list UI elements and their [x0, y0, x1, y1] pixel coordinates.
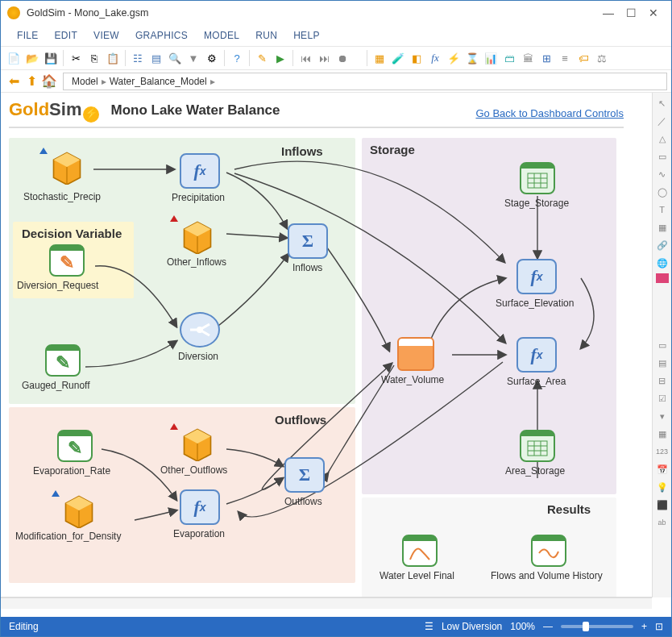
run-icon[interactable]: ▶	[272, 49, 289, 67]
maximize-button[interactable]: ☐	[620, 4, 642, 22]
node-evaporation[interactable]: fx	[180, 489, 220, 525]
node-outflows-sum[interactable]: Σ	[284, 457, 325, 493]
step-fwd-icon[interactable]: ⏭	[315, 49, 333, 67]
panel-icon[interactable]	[656, 273, 669, 283]
pointer-icon[interactable]: ↖	[655, 96, 670, 110]
pool-icon[interactable]: 🧪	[389, 49, 407, 67]
image-icon[interactable]: ▦	[655, 220, 670, 235]
horizontal-scrollbar[interactable]	[1, 597, 652, 609]
cut-icon[interactable]: ✂	[67, 49, 85, 67]
node-water-level-final[interactable]	[402, 535, 438, 567]
node-diversion-request[interactable]: ✎	[49, 244, 85, 277]
node-other-inflows[interactable]	[180, 220, 215, 252]
globe-icon[interactable]: 🌐	[655, 256, 670, 270]
help-icon[interactable]: ?	[228, 49, 246, 67]
graphics-canvas[interactable]: GoldSim⚡ Mono Lake Water Balance Go Back…	[1, 93, 652, 597]
menu-model[interactable]: MODEL	[196, 27, 247, 44]
container-icon[interactable]: ▦	[371, 49, 388, 67]
fx-icon[interactable]: fx	[426, 49, 444, 67]
zoom-out-button[interactable]: —	[543, 621, 553, 632]
rect-icon[interactable]: ▭	[655, 149, 670, 164]
search-icon[interactable]: 🔍	[166, 49, 184, 67]
ab-icon[interactable]: ab	[655, 515, 670, 530]
node-flows-history[interactable]	[531, 535, 566, 567]
save-icon[interactable]: 💾	[42, 49, 60, 67]
note-icon[interactable]: ▤	[147, 49, 165, 67]
menu-graphics[interactable]: GRAPHICS	[127, 27, 196, 44]
weight-icon[interactable]: ⚖	[593, 49, 611, 67]
text-icon[interactable]: T	[655, 202, 670, 217]
num-tool-icon[interactable]: 123	[655, 444, 670, 459]
scenario-icon[interactable]: ☰	[425, 621, 433, 632]
node-surface-area[interactable]: fx	[516, 337, 557, 373]
svg-rect-13	[528, 173, 547, 188]
db-icon[interactable]: 🗃	[500, 49, 518, 67]
filter-icon[interactable]: ▼	[185, 49, 202, 67]
bulb-icon[interactable]: 💡	[655, 480, 670, 494]
category-icon[interactable]: ⊞	[537, 49, 555, 67]
stock-icon[interactable]: ◧	[408, 49, 425, 67]
menu-edit[interactable]: EDIT	[47, 27, 86, 44]
slider-tool-icon[interactable]: ⊟	[655, 373, 670, 388]
node-other-outflows[interactable]	[180, 427, 215, 460]
nav-left-icon[interactable]: ⬅	[5, 73, 23, 90]
menu-run[interactable]: RUN	[247, 27, 285, 44]
breadcrumb-seg-0[interactable]: Model	[72, 76, 98, 87]
link-icon[interactable]: 🔗	[655, 238, 670, 252]
button-tool-icon[interactable]: ▭	[655, 338, 670, 352]
node-diversion[interactable]	[180, 312, 220, 348]
zoom-slider[interactable]	[561, 625, 633, 628]
check-tool-icon[interactable]: ☑	[655, 391, 670, 406]
curve-icon[interactable]: ∿	[655, 167, 670, 181]
node-stage-storage[interactable]	[520, 162, 555, 194]
breadcrumb-seg-1[interactable]: Water_Balance_Model	[110, 76, 207, 87]
breadcrumb[interactable]: Model ▸ Water_Balance_Model ▸	[63, 73, 667, 90]
node-mod-density[interactable]	[61, 494, 97, 527]
combo-tool-icon[interactable]: ▾	[655, 409, 670, 423]
menu-help[interactable]: HELP	[285, 27, 328, 44]
label-diversion: Diversion	[178, 351, 218, 362]
nav-up-icon[interactable]: ⬆	[23, 73, 40, 90]
digit-icon[interactable]: ⬛	[655, 498, 670, 512]
node-precipitation[interactable]: fx	[180, 153, 220, 189]
chart-icon[interactable]: 📊	[482, 49, 500, 67]
node-evaporation-rate[interactable]: ✎	[57, 430, 93, 462]
node-inflows-sum[interactable]: Σ	[288, 223, 328, 259]
date-tool-icon[interactable]: 📅	[655, 462, 670, 477]
node-stochastic-precip[interactable]	[49, 151, 85, 183]
list-icon[interactable]: ≡	[556, 49, 574, 67]
event-icon[interactable]: ⚡	[445, 49, 463, 67]
back-to-dashboard-link[interactable]: Go Back to Dashboard Controls	[475, 107, 624, 119]
open-icon[interactable]: 📂	[23, 49, 41, 67]
menu-file[interactable]: FILE	[9, 27, 47, 44]
window-title: GoldSim - Mono_Lake.gsm	[27, 7, 597, 19]
menu-view[interactable]: VIEW	[85, 27, 127, 44]
node-area-storage[interactable]	[520, 430, 555, 462]
scenario-label[interactable]: Low Diversion	[442, 621, 502, 632]
fit-icon[interactable]: ⊡	[655, 621, 663, 632]
record-icon[interactable]: ⏺	[334, 49, 351, 67]
node-gauged-runoff[interactable]: ✎	[45, 344, 81, 377]
copy-icon[interactable]: ⎘	[85, 49, 103, 67]
ellipse-icon[interactable]: ◯	[655, 185, 670, 199]
new-icon[interactable]: 📄	[5, 49, 23, 67]
line-icon[interactable]: ／	[655, 114, 670, 128]
label-other-inflows: Other_Inflows	[167, 256, 226, 268]
node-water-volume[interactable]	[397, 337, 434, 371]
gear-icon[interactable]: ⚙	[203, 49, 221, 67]
nav-home-icon[interactable]: 🏠	[40, 73, 58, 90]
polygon-icon[interactable]: △	[655, 131, 670, 146]
grid-tool-icon[interactable]: ▦	[655, 427, 670, 441]
zoom-in-button[interactable]: +	[641, 621, 647, 632]
bank-icon[interactable]: 🏛	[519, 49, 537, 67]
paste-icon[interactable]: 📋	[104, 49, 122, 67]
time-icon[interactable]: ⌛	[463, 49, 481, 67]
minimize-button[interactable]: —	[597, 4, 620, 22]
close-button[interactable]: ✕	[642, 4, 665, 22]
tag-icon[interactable]: 🏷	[575, 49, 592, 67]
input-tool-icon[interactable]: ▤	[655, 356, 670, 370]
edit-icon[interactable]: ✎	[253, 49, 271, 67]
step-back-icon[interactable]: ⏮	[297, 49, 314, 67]
node-surface-elevation[interactable]: fx	[516, 259, 557, 294]
tree-icon[interactable]: ☷	[129, 49, 147, 67]
